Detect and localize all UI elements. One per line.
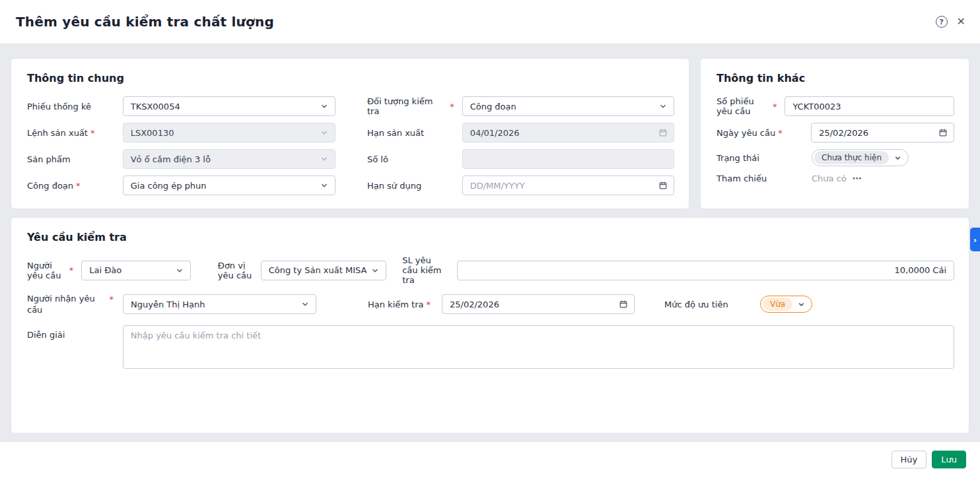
san-pham-select: Vỏ ổ cắm điện 3 lỗ: [123, 149, 335, 169]
cong-doan-value: Gia công ép phun: [131, 181, 316, 191]
han-su-dung-input[interactable]: [470, 176, 654, 195]
chevron-down-icon: [893, 154, 902, 162]
expand-panel-tab[interactable]: ›: [970, 228, 980, 251]
doi-tuong-kiem-tra-value: Công đoạn: [470, 102, 654, 111]
trang-thai-select[interactable]: Chưa thực hiện: [812, 149, 909, 166]
chevron-down-icon: [658, 102, 668, 111]
han-kiem-tra-value: 25/02/2026: [450, 300, 615, 309]
muc-do-uu-tien-label: Mức độ ưu tiên: [664, 300, 760, 309]
chevron-right-icon: ›: [973, 235, 977, 245]
dialog-footer: Hủy Lưu: [0, 442, 980, 477]
chevron-down-icon: [320, 102, 329, 111]
sl-yeu-cau-input[interactable]: [457, 261, 955, 280]
chevron-down-icon: [797, 300, 806, 309]
doi-tuong-kiem-tra-label: Đối tượng kiểm tra*: [367, 96, 462, 116]
don-vi-yeu-cau-value: Công ty Sản xuất MISA: [269, 265, 367, 275]
so-lo-label: Số lô: [367, 154, 462, 164]
don-vi-yeu-cau-label: Đơn vị yêu cầu: [218, 261, 261, 280]
dien-giai-textarea[interactable]: [123, 325, 954, 369]
request-card: Yêu cầu kiểm tra Người yêu cầu* Lai Đào …: [11, 217, 969, 433]
ngay-yeu-cau-date[interactable]: 25/02/2026: [811, 123, 954, 143]
chevron-down-icon: [370, 266, 380, 275]
tham-chieu-value: Chưa có: [812, 174, 847, 183]
save-button[interactable]: Lưu: [932, 451, 966, 468]
muc-do-uu-tien-select[interactable]: Vừa: [760, 296, 812, 313]
ngay-yeu-cau-value: 25/02/2026: [819, 128, 934, 138]
nguoi-yeu-cau-select[interactable]: Lai Đào: [81, 261, 190, 280]
other-info-card: Thông tin khác Số phiếu yêu cầu* Ngày yê…: [700, 58, 969, 209]
don-vi-yeu-cau-select[interactable]: Công ty Sản xuất MISA: [261, 261, 387, 280]
chevron-down-icon: [300, 300, 310, 309]
han-san-xuat-date: 04/01/2026: [462, 123, 674, 143]
so-phieu-yeu-cau-label: Số phiếu yêu cầu*: [717, 96, 785, 116]
dialog-body: Thông tin chung Phiếu thống kê TKSX00054…: [0, 44, 980, 433]
so-phieu-yeu-cau-input[interactable]: [785, 96, 954, 116]
page-title: Thêm yêu cầu kiểm tra chất lượng: [16, 14, 274, 30]
han-san-xuat-value: 04/01/2026: [470, 128, 654, 138]
general-info-card: Thông tin chung Phiếu thống kê TKSX00054…: [11, 58, 689, 209]
doi-tuong-kiem-tra-select[interactable]: Công đoạn: [462, 96, 674, 116]
close-icon[interactable]: ✕: [957, 16, 965, 27]
nguoi-nhan-yeu-cau-label: Người nhận yêu cầu*: [27, 293, 123, 316]
chevron-down-icon: [320, 128, 329, 137]
lenh-san-xuat-label: Lệnh sản xuất*: [27, 128, 123, 138]
help-icon[interactable]: ?: [936, 16, 948, 28]
han-su-dung-date[interactable]: [462, 175, 674, 195]
nguoi-nhan-yeu-cau-select[interactable]: Nguyễn Thị Hạnh: [123, 294, 316, 314]
tham-chieu-label: Tham chiếu: [717, 174, 812, 183]
san-pham-value: Vỏ ổ cắm điện 3 lỗ: [131, 154, 316, 164]
so-lo-input: [462, 149, 674, 169]
lenh-san-xuat-value: LSX00130: [131, 128, 316, 138]
calendar-icon[interactable]: [619, 300, 628, 309]
nguoi-yeu-cau-value: Lai Đào: [89, 265, 170, 275]
sl-yeu-cau-label: SL yêu cầu kiểm tra: [402, 255, 456, 285]
trang-thai-label: Trạng thái: [717, 153, 812, 163]
request-title: Yêu cầu kiểm tra: [27, 231, 954, 243]
nguoi-yeu-cau-label: Người yêu cầu*: [27, 261, 81, 280]
more-icon[interactable]: ⋯: [853, 173, 862, 183]
phieu-thong-ke-select[interactable]: TKSX00054: [123, 96, 335, 116]
cong-doan-label: Công đoạn*: [27, 181, 123, 191]
cancel-button[interactable]: Hủy: [892, 451, 927, 468]
phieu-thong-ke-value: TKSX00054: [131, 102, 316, 111]
status-badge: Chưa thực hiện: [814, 151, 889, 164]
calendar-icon[interactable]: [658, 181, 668, 190]
cong-doan-select[interactable]: Gia công ép phun: [123, 175, 335, 195]
chevron-down-icon: [320, 181, 329, 190]
priority-badge: Vừa: [763, 298, 792, 311]
han-su-dung-label: Hạn sử dụng: [367, 181, 462, 191]
phieu-thong-ke-label: Phiếu thống kê: [27, 102, 123, 111]
ngay-yeu-cau-label: Ngày yêu cầu*: [717, 128, 811, 138]
calendar-icon[interactable]: [938, 128, 948, 137]
chevron-down-icon: [320, 154, 329, 164]
han-kiem-tra-date[interactable]: 25/02/2026: [442, 294, 635, 314]
other-info-title: Thông tin khác: [717, 72, 954, 84]
dialog-titlebar: Thêm yêu cầu kiểm tra chất lượng ? ✕: [0, 0, 980, 44]
nguoi-nhan-yeu-cau-value: Nguyễn Thị Hạnh: [131, 300, 297, 309]
san-pham-label: Sản phẩm: [27, 154, 123, 164]
general-info-title: Thông tin chung: [27, 72, 674, 84]
dien-giai-label: Diễn giải: [27, 325, 123, 340]
han-san-xuat-label: Hạn sản xuất: [367, 128, 462, 138]
han-kiem-tra-label: Hạn kiểm tra*: [368, 300, 442, 309]
chevron-down-icon: [175, 266, 184, 275]
lenh-san-xuat-select: LSX00130: [123, 123, 335, 143]
calendar-icon: [658, 128, 668, 137]
